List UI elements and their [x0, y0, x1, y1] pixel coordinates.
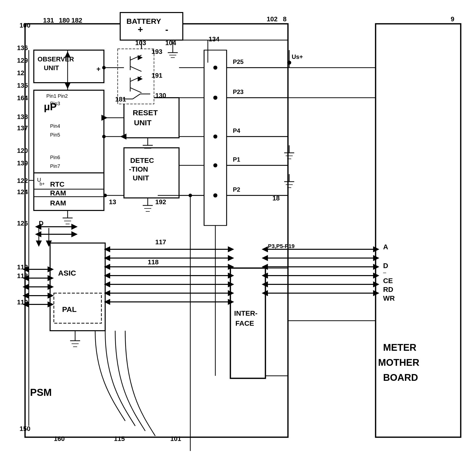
svg-rect-3	[120, 13, 183, 40]
svg-text:WR: WR	[383, 294, 395, 302]
svg-text:RAM: RAM	[50, 189, 66, 197]
svg-text:-: -	[165, 24, 168, 35]
svg-text:112: 112	[17, 263, 28, 271]
svg-point-63	[213, 135, 217, 139]
svg-text:RESET: RESET	[133, 108, 158, 117]
svg-text:160: 160	[54, 435, 65, 442]
svg-text:Pin5: Pin5	[50, 132, 60, 138]
svg-text:RTC: RTC	[50, 180, 65, 188]
svg-text:MOTHER: MOTHER	[378, 357, 419, 368]
svg-text:101: 101	[170, 435, 181, 442]
svg-text:Pin3: Pin3	[50, 101, 60, 106]
svg-text:Pin4: Pin4	[50, 123, 60, 129]
svg-text:135: 135	[17, 82, 28, 89]
svg-text:164: 164	[17, 94, 28, 102]
svg-point-244	[103, 194, 107, 197]
svg-point-245	[189, 194, 192, 197]
svg-point-241	[102, 135, 106, 138]
svg-text:UNIT: UNIT	[134, 119, 151, 127]
svg-point-243	[213, 193, 217, 197]
svg-text:BOARD: BOARD	[383, 372, 418, 383]
svg-text:150: 150	[20, 425, 30, 432]
svg-text:100: 100	[20, 22, 30, 29]
svg-text:PSM: PSM	[30, 387, 52, 398]
diagram-container: BATTERY + - OBSERVER UNIT + μP Pin1 Pin2	[0, 0, 476, 464]
svg-text:131: 131	[43, 17, 54, 24]
svg-text:BATTERY: BATTERY	[126, 17, 161, 25]
svg-text:130: 130	[155, 92, 166, 99]
svg-text:A: A	[383, 243, 388, 251]
svg-text:–: –	[383, 269, 386, 276]
svg-text:PAL: PAL	[62, 305, 77, 313]
svg-text:113: 113	[17, 272, 28, 280]
svg-point-240	[102, 66, 106, 69]
svg-text:180: 180	[59, 17, 70, 24]
svg-text:D: D	[383, 262, 388, 270]
svg-text:115: 115	[114, 435, 125, 442]
svg-text:DETEC: DETEC	[130, 157, 154, 164]
svg-text:METER: METER	[383, 342, 416, 353]
svg-text:13: 13	[109, 198, 116, 206]
svg-point-242	[213, 96, 217, 100]
svg-text:UNIT: UNIT	[44, 64, 59, 72]
svg-text:102: 102	[267, 15, 277, 23]
svg-text:Pin6: Pin6	[50, 155, 60, 160]
svg-text:139: 139	[17, 159, 28, 167]
svg-text:193: 193	[151, 48, 162, 55]
svg-rect-51	[54, 293, 101, 323]
svg-text:RD: RD	[383, 286, 393, 293]
svg-text:RAM: RAM	[50, 199, 66, 207]
svg-text:12: 12	[17, 69, 24, 77]
svg-text:P3,P5-P19: P3,P5-P19	[268, 243, 294, 249]
svg-point-61	[213, 66, 217, 70]
svg-text:117: 117	[155, 238, 166, 246]
svg-text:Pin7: Pin7	[50, 163, 60, 169]
svg-text:119: 119	[17, 298, 28, 306]
svg-text:P4: P4	[233, 127, 240, 134]
svg-text:b+: b+	[40, 181, 45, 186]
svg-text:P25: P25	[233, 58, 244, 65]
svg-text:D: D	[39, 219, 44, 227]
svg-text:Us+: Us+	[292, 53, 303, 60]
svg-text:ASIC: ASIC	[58, 269, 76, 277]
svg-text:182: 182	[71, 17, 82, 24]
svg-text:P23: P23	[233, 88, 244, 95]
svg-text:118: 118	[148, 258, 158, 266]
svg-text:9: 9	[451, 15, 454, 23]
svg-rect-30	[34, 173, 104, 210]
svg-text:CE: CE	[383, 277, 393, 285]
svg-text:181: 181	[115, 95, 126, 103]
svg-text:-TION: -TION	[129, 165, 148, 173]
svg-text:192: 192	[155, 198, 166, 206]
svg-text:103: 103	[135, 39, 146, 47]
svg-text:INTER-: INTER-	[234, 309, 257, 317]
svg-text:122: 122	[17, 177, 28, 184]
svg-text:FACE: FACE	[235, 319, 254, 327]
svg-text:134: 134	[209, 35, 220, 43]
svg-text:126: 126	[17, 219, 28, 227]
svg-text:124: 124	[17, 188, 28, 196]
svg-point-64	[213, 163, 217, 167]
svg-text:P2: P2	[233, 186, 240, 193]
svg-text:UNIT: UNIT	[133, 174, 149, 182]
svg-text:P1: P1	[233, 156, 240, 163]
svg-text:138: 138	[17, 113, 28, 121]
svg-text:+: +	[138, 24, 143, 35]
svg-text:8: 8	[283, 15, 286, 23]
svg-text:120: 120	[17, 147, 28, 154]
svg-text:137: 137	[17, 124, 28, 132]
svg-text:Pin1  Pin2: Pin1 Pin2	[46, 93, 68, 99]
svg-text:129: 129	[17, 57, 28, 64]
svg-text:104: 104	[165, 39, 176, 47]
svg-text:191: 191	[151, 72, 162, 79]
svg-text:+: +	[96, 65, 100, 73]
svg-text:136: 136	[17, 44, 28, 52]
